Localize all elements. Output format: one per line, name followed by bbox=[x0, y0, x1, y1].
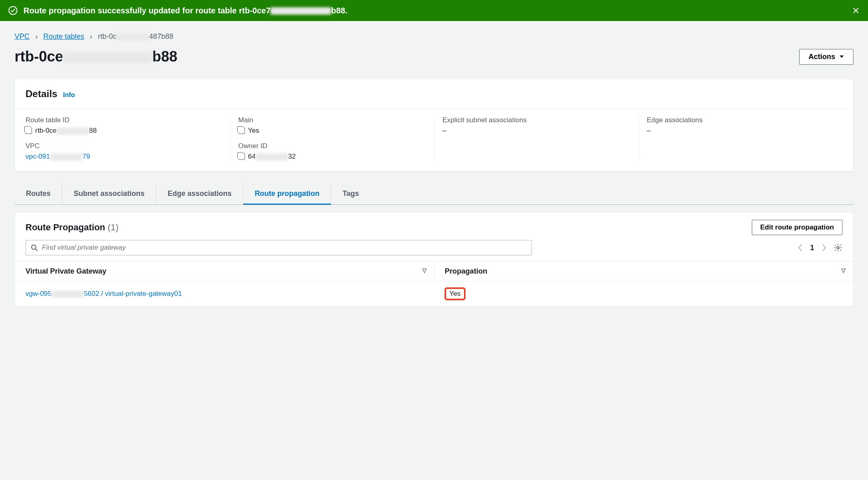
search-box[interactable] bbox=[26, 240, 532, 255]
close-banner-button[interactable] bbox=[852, 6, 860, 15]
value-vpc: vpc-09179 bbox=[26, 153, 230, 161]
tab-edge-associations[interactable]: Edge associations bbox=[156, 184, 243, 204]
breadcrumb: VPC › Route tables › rtb-0c487b88 bbox=[15, 21, 853, 48]
vpc-link[interactable]: vpc-09179 bbox=[26, 153, 90, 161]
copy-icon[interactable] bbox=[238, 153, 245, 160]
table-row: vgw-0955602 / virtual-private-gateway01 … bbox=[15, 282, 853, 306]
caret-down-icon bbox=[839, 55, 844, 59]
copy-icon[interactable] bbox=[26, 127, 32, 134]
col-header-propagation[interactable]: Propagation ▽ bbox=[434, 261, 853, 282]
tab-route-propagation[interactable]: Route propagation bbox=[243, 184, 331, 205]
details-heading: Details bbox=[26, 88, 57, 100]
value-edge-assoc: – bbox=[647, 127, 843, 135]
details-card: Details Info Route table ID rtb-0ce88 VP… bbox=[15, 79, 853, 172]
sort-icon: ▽ bbox=[422, 267, 427, 274]
breadcrumb-route-tables[interactable]: Route tables bbox=[43, 32, 84, 41]
actions-button[interactable]: Actions bbox=[799, 49, 853, 65]
prev-page-button[interactable] bbox=[798, 244, 803, 252]
search-input[interactable] bbox=[42, 244, 527, 252]
label-edge-assoc: Edge associations bbox=[647, 116, 843, 124]
gear-icon bbox=[834, 243, 842, 252]
cell-vgw: vgw-0955602 / virtual-private-gateway01 bbox=[15, 282, 434, 306]
value-explicit-subnet: – bbox=[443, 127, 638, 135]
chevron-right-icon: › bbox=[35, 32, 38, 41]
label-explicit-subnet: Explicit subnet associations bbox=[443, 116, 638, 124]
tab-routes[interactable]: Routes bbox=[15, 184, 62, 204]
vgw-link[interactable]: vgw-0955602 / virtual-private-gateway01 bbox=[26, 290, 182, 297]
value-owner-id: 6432 bbox=[238, 153, 434, 161]
edit-route-propagation-button[interactable]: Edit route propagation bbox=[752, 220, 842, 235]
page-title: rtb-0ceb88 bbox=[15, 48, 177, 65]
chevron-right-icon: › bbox=[90, 32, 92, 41]
success-banner: Route propagation successfully updated f… bbox=[0, 0, 868, 21]
copy-icon[interactable] bbox=[238, 127, 245, 134]
svg-point-1 bbox=[32, 245, 36, 249]
page-number: 1 bbox=[810, 244, 814, 252]
label-route-table-id: Route table ID bbox=[26, 116, 230, 124]
col-header-vgw[interactable]: Virtual Private Gateway ▽ bbox=[15, 261, 434, 282]
section-heading: Route Propagation (1) bbox=[26, 222, 119, 233]
breadcrumb-current: rtb-0c487b88 bbox=[98, 32, 173, 41]
pagination: 1 bbox=[798, 243, 842, 252]
close-icon bbox=[852, 6, 860, 15]
label-owner-id: Owner ID bbox=[238, 142, 434, 150]
cell-propagation: Yes bbox=[434, 282, 853, 306]
settings-button[interactable] bbox=[834, 243, 842, 252]
value-route-table-id: rtb-0ce88 bbox=[26, 127, 230, 135]
label-main: Main bbox=[238, 116, 434, 124]
propagation-value-highlight: Yes bbox=[445, 287, 466, 300]
breadcrumb-vpc[interactable]: VPC bbox=[15, 32, 30, 41]
sort-icon: ▽ bbox=[841, 267, 846, 274]
route-propagation-section: Route Propagation (1) Edit route propaga… bbox=[15, 212, 853, 307]
tabs: Routes Subnet associations Edge associat… bbox=[15, 184, 853, 205]
svg-point-2 bbox=[837, 246, 839, 249]
success-check-icon bbox=[8, 6, 18, 15]
info-link[interactable]: Info bbox=[63, 91, 75, 99]
next-page-button[interactable] bbox=[821, 244, 826, 252]
value-main: Yes bbox=[238, 127, 434, 135]
tab-subnet-associations[interactable]: Subnet associations bbox=[62, 184, 156, 204]
label-vpc: VPC bbox=[26, 142, 230, 150]
tab-tags[interactable]: Tags bbox=[331, 184, 370, 204]
success-message: Route propagation successfully updated f… bbox=[23, 6, 846, 15]
propagation-table: Virtual Private Gateway ▽ Propagation ▽ … bbox=[15, 261, 853, 306]
search-icon bbox=[31, 244, 38, 251]
